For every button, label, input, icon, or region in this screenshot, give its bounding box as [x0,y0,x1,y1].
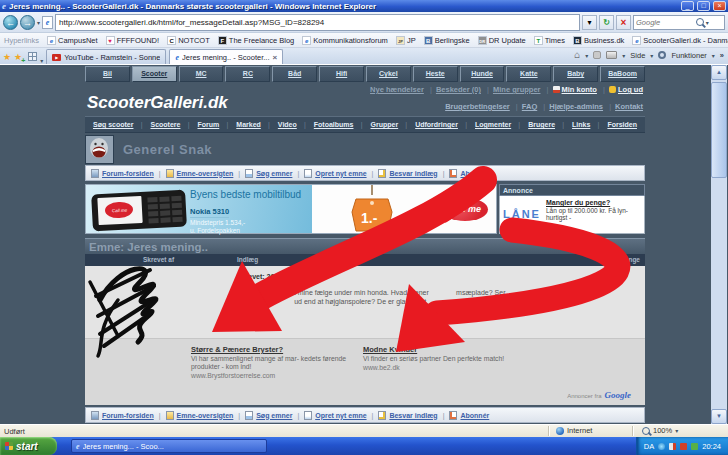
bookmark-campusnet[interactable]: eCampusNet [47,36,98,45]
home-icon[interactable]: ⌂ [574,50,580,60]
page-menu-button[interactable]: Side [630,51,645,60]
nav-logmenter[interactable]: Logmenter [465,121,511,128]
overflow-chevron[interactable]: » [720,51,724,60]
category-tab-baboom[interactable]: BaBoom [600,66,645,82]
nav-soeg-scooter[interactable]: Søg scooter [93,121,133,128]
nav-scootere[interactable]: Scootere [141,121,181,128]
link-kontakt[interactable]: Kontakt [605,102,643,111]
tray-icon-2[interactable] [669,443,676,450]
taskbar-task-button[interactable]: e Jeres mening... - Scoo... [71,439,267,453]
bookmark-berlingske[interactable]: BBerlingske [424,36,470,45]
favorites-icon[interactable]: ★ [3,50,11,64]
feeds-icon[interactable] [593,51,601,59]
nav-fotoalbums[interactable]: Fotoalbums [304,121,354,128]
tray-icon-3[interactable] [680,443,687,450]
tray-icon-1[interactable] [658,443,665,450]
bookmark-dr-update[interactable]: DRDR Update [478,36,526,45]
browser-tab-youtube[interactable]: ▶ YouTube - Ramstein - Sonne [46,49,166,64]
bookmark-times[interactable]: TTimes [534,36,565,45]
zoom-control[interactable]: 100% ▾ [642,426,678,435]
stop-button[interactable]: × [616,15,631,30]
link-mine-grupper[interactable]: Mine grupper [483,85,540,94]
bookmark-notcot[interactable]: CNOTCOT [167,36,210,45]
nav-grupper[interactable]: Grupper [361,121,398,128]
page-menu-dropdown[interactable]: ▾ [650,52,653,59]
link-abonner[interactable]: Abonnér [460,412,489,419]
nav-marked[interactable]: Marked [226,121,260,128]
quick-tabs-icon[interactable] [28,52,37,61]
link-beskeder[interactable]: Beskeder (0) [426,85,481,94]
category-tab-baby[interactable]: Baby [553,66,598,82]
link-besvar-indlaeg[interactable]: Besvar indlæg [389,412,437,419]
vertical-scrollbar[interactable]: ▲ ▼ [711,65,727,424]
search-icon[interactable] [696,18,704,26]
tray-icon-4[interactable] [691,443,698,450]
link-log-ud[interactable]: Log ud [599,85,643,94]
bookmark-jp[interactable]: JPJP [396,36,416,45]
print-dropdown[interactable]: ▾ [622,52,625,59]
print-icon[interactable] [606,51,617,59]
nav-links[interactable]: Links [562,121,590,128]
category-tab-bil[interactable]: Bil [85,66,130,82]
link-emne-oversigten[interactable]: Emne-oversigten [177,412,234,419]
link-soeg-emner[interactable]: Søg emner [256,412,292,419]
minimize-button[interactable]: _ [681,1,694,11]
category-tab-cykel[interactable]: Cykel [366,66,411,82]
link-hjaelpe-admins[interactable]: Hjælpe-admins [539,102,603,111]
tools-menu-dropdown[interactable]: ▾ [712,52,715,59]
link-opret-nyt-emne[interactable]: Opret nyt emne [315,412,366,419]
link-besvar-indlaeg[interactable]: Besvar indlæg [389,170,437,177]
refresh-button[interactable]: ↻ [599,15,614,30]
category-tab-mc[interactable]: MC [179,66,224,82]
nav-forsiden[interactable]: Forsiden [598,121,637,128]
category-tab-baad[interactable]: Båd [272,66,317,82]
bookmark-freelance-blog[interactable]: FThe Freelance Blog [218,36,294,45]
back-button[interactable]: ← [3,15,18,30]
bookmark-ffffound[interactable]: ♥FFFFOUND! [106,36,160,45]
link-abonner[interactable]: Abonnér [460,170,489,177]
category-tab-heste[interactable]: Heste [413,66,458,82]
url-input[interactable] [55,14,580,31]
history-dropdown[interactable]: ▾ [37,19,40,26]
scroll-up-arrow[interactable]: ▲ [711,65,727,80]
start-button[interactable]: start [0,437,57,455]
google-ad-2[interactable]: Modne Kvinder Vi finder en seriøs partne… [363,345,538,371]
link-min-konto[interactable]: Min konto [543,85,597,94]
language-indicator[interactable]: DA [644,442,654,451]
link-soeg-emner[interactable]: Søg emner [256,170,292,177]
zoom-dropdown[interactable]: ▾ [675,427,678,434]
category-tab-rc[interactable]: RC [225,66,270,82]
nav-forum[interactable]: Forum [188,121,220,128]
google-ad-1[interactable]: Større & Pænere Bryster? Vi har sammenli… [191,345,361,379]
google-logo[interactable]: Google [605,390,632,400]
link-emne-oversigten[interactable]: Emne-oversigten [177,170,234,177]
ad-title[interactable]: Modne Kvinder [363,345,538,354]
nav-udfordringer[interactable]: Udfordringer [405,121,458,128]
nav-brugere[interactable]: Brugere [518,121,555,128]
sidebar-ad-body[interactable]: LÅNE Mangler du penge? Lån op til 200.00… [499,196,645,234]
bookmark-kommunikationsforum[interactable]: eKommunikationsforum [302,36,388,45]
link-forum-forsiden[interactable]: Forum-forsiden [102,412,154,419]
restore-button[interactable]: □ [697,1,710,11]
ad-title[interactable]: Større & Pænere Bryster? [191,345,361,354]
link-nye-haendelser[interactable]: Nye hændelser [370,85,424,94]
tab-list-dropdown[interactable]: ▾ [40,57,43,64]
tools-menu-button[interactable]: Funktioner [671,51,706,60]
nav-video[interactable]: Video [268,121,297,128]
search-input[interactable] [634,18,696,27]
close-button[interactable]: × [713,1,726,11]
loan-ad-title[interactable]: Mangler du penge? [546,199,642,207]
tools-gear-icon[interactable] [658,51,666,59]
browser-tab-active[interactable]: e Jeres mening.. - Scooter... × [169,49,283,64]
category-tab-scooter[interactable]: Scooter [132,66,177,82]
bookmark-scootergalleri[interactable]: eScooterGalleri.dk - Danmarks største sc… [632,36,728,45]
url-dropdown[interactable]: ▾ [582,15,597,30]
forward-button[interactable]: → [20,15,35,30]
category-tab-hunde[interactable]: Hunde [460,66,505,82]
category-tab-katte[interactable]: Katte [506,66,551,82]
link-brugerbetingelser[interactable]: Brugerbetingelser [445,102,510,111]
home-dropdown[interactable]: ▾ [585,52,588,59]
mobile-banner-ad[interactable]: Call me Byens bedste mobiltilbud Nokia 5… [85,184,497,234]
site-logo[interactable]: ScooterGalleri.dk [87,93,228,113]
link-faq[interactable]: FAQ [512,102,537,111]
